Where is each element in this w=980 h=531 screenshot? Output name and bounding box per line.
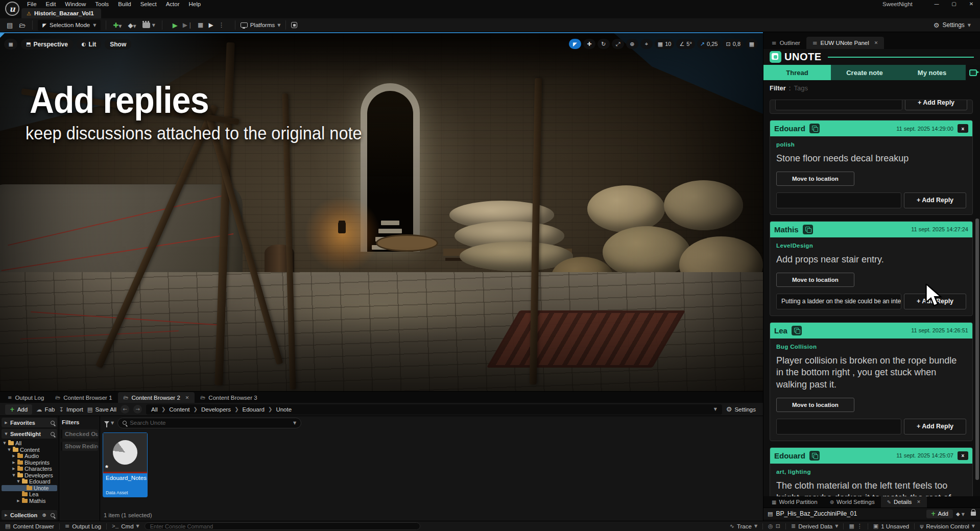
- copy-note-icon[interactable]: [803, 225, 813, 234]
- stop-button[interactable]: ■: [198, 21, 203, 29]
- surface-snap-icon[interactable]: ⌖: [640, 39, 653, 49]
- reply-input[interactable]: Putting a ladder on the side could be an…: [776, 294, 901, 309]
- show-dropdown[interactable]: Show: [105, 39, 131, 50]
- cmd-dropdown[interactable]: >_Cmd▼: [107, 521, 145, 531]
- search-icon[interactable]: [51, 432, 55, 436]
- note-card[interactable]: Edouard11 sept. 2025 14:25:07xart, light…: [770, 447, 973, 496]
- cb-add-button[interactable]: + Add: [5, 404, 32, 415]
- move-tool-icon[interactable]: ✚: [583, 39, 595, 49]
- details-tab-world-settings[interactable]: ⊕World Settings: [824, 496, 881, 508]
- blueprints-icon[interactable]: ◆▼: [127, 21, 138, 29]
- notes-thread-list[interactable]: + Add ReplyEdouard11 sept. 2025 14:29:00…: [763, 95, 980, 496]
- cb-settings-button[interactable]: ⚙ Settings: [726, 405, 758, 413]
- select-tool-icon[interactable]: ◤: [569, 39, 581, 49]
- tree-item-edouard[interactable]: ▼Edouard: [2, 478, 57, 485]
- rotate-tool-icon[interactable]: ↻: [597, 39, 610, 49]
- add-collection-icon[interactable]: ⊕: [42, 512, 46, 518]
- move-to-location-button[interactable]: Move to location: [776, 398, 854, 412]
- import-button[interactable]: ↧Import: [59, 406, 83, 413]
- tree-item-content[interactable]: ▼Content: [2, 447, 57, 453]
- search-icon[interactable]: [51, 421, 55, 425]
- filter-pill-checked-out[interactable]: Checked Out: [61, 429, 98, 439]
- component-view-icon[interactable]: ◆ ▼: [956, 511, 965, 517]
- level-viewport[interactable]: Add replies keep discussions attached to…: [0, 32, 763, 391]
- menu-item-tools[interactable]: Tools: [90, 1, 113, 7]
- minimize-button[interactable]: —: [928, 0, 945, 8]
- save-all-button[interactable]: ▤Save All: [87, 406, 116, 413]
- close-tab-icon[interactable]: ✕: [874, 40, 878, 45]
- details-tab-world-partition[interactable]: ▦World Partition: [766, 496, 824, 508]
- unote-tab-my-notes[interactable]: My notes: [898, 65, 966, 80]
- play-button[interactable]: ▶: [173, 21, 178, 29]
- world-space-icon[interactable]: ⊕: [626, 39, 638, 49]
- insights-buttons[interactable]: ◎⊡: [763, 521, 785, 531]
- play-options-icon[interactable]: ⋮: [219, 21, 225, 29]
- grid-snap-toggle[interactable]: ▦10: [655, 39, 675, 49]
- filter-funnel-button[interactable]: ▼: [104, 421, 114, 425]
- unote-dock-button[interactable]: [966, 65, 980, 80]
- lit-dropdown[interactable]: ◐Lit: [77, 39, 101, 50]
- close-tab-icon[interactable]: ✕: [917, 499, 921, 504]
- menu-item-select[interactable]: Select: [136, 1, 161, 7]
- menu-item-window[interactable]: Window: [60, 1, 90, 7]
- rotation-snap-toggle[interactable]: ∠5°: [676, 39, 695, 49]
- move-to-location-button[interactable]: Move to location: [776, 273, 854, 287]
- viewport-menu-icon[interactable]: ≡: [4, 39, 17, 50]
- notes-scrollbar[interactable]: [975, 219, 979, 480]
- cb-tab-output-log[interactable]: ≡Output Log: [2, 392, 50, 403]
- move-to-location-button[interactable]: Move to location: [776, 172, 854, 186]
- tree-item-unote[interactable]: Unote: [2, 485, 57, 492]
- add-reply-button[interactable]: + Add Reply: [905, 100, 967, 110]
- camera-speed-toggle[interactable]: ⊡0,8: [723, 39, 744, 49]
- misc-status-icons[interactable]: ▦⋮: [844, 521, 867, 531]
- breadcrumb-item-edouard[interactable]: Edouard: [243, 406, 265, 413]
- chevron-down-icon[interactable]: ▼: [714, 407, 717, 412]
- cinematics-icon[interactable]: ▼: [141, 22, 157, 28]
- favorites-header[interactable]: ▶ Favorites: [2, 418, 57, 427]
- add-actor-icon[interactable]: ✚▼: [111, 21, 123, 29]
- derived-data-dropdown[interactable]: ≣Derived Data▼: [786, 521, 844, 531]
- unote-tab-create-note[interactable]: Create note: [831, 65, 898, 80]
- copy-note-icon[interactable]: [809, 124, 820, 133]
- filter-pill-show-redire[interactable]: Show Redire: [61, 442, 98, 451]
- add-reply-button[interactable]: + Add Reply: [904, 192, 966, 208]
- back-button[interactable]: ←: [121, 405, 129, 414]
- add-component-button[interactable]: + Add: [926, 510, 953, 518]
- save-icon[interactable]: ▤: [5, 21, 14, 29]
- cb-tab-content-browser-2[interactable]: 🗁Content Browser 2✕: [118, 392, 195, 403]
- toolbar-settings[interactable]: ⚙ Settings ▼: [934, 21, 975, 29]
- asset-tile[interactable]: * Edouard_Notes Data Asset: [103, 432, 148, 497]
- forward-button[interactable]: →: [133, 405, 142, 414]
- close-tab-icon[interactable]: ✕: [185, 395, 189, 400]
- scale-tool-icon[interactable]: ⤢: [612, 39, 624, 49]
- platforms-dropdown[interactable]: Platforms ▼: [241, 22, 281, 28]
- dock-tab-euw-unote-panel[interactable]: ≡EUW UNote Panel✕: [806, 37, 884, 49]
- tree-item-all[interactable]: ▼All: [2, 440, 57, 447]
- reply-input[interactable]: [776, 192, 901, 208]
- close-button[interactable]: ✕: [963, 0, 980, 8]
- output-log-button[interactable]: ≡Output Log: [60, 521, 106, 531]
- tree-item-mathis[interactable]: ▶Mathis: [2, 498, 57, 504]
- dock-tab-outliner[interactable]: ≡Outliner: [766, 37, 806, 49]
- selection-mode-dropdown[interactable]: ◤ Selection Mode ▼: [38, 20, 101, 31]
- unsaved-button[interactable]: ▣1 Unsaved: [868, 521, 914, 531]
- level-tab[interactable]: ⚠ Historic_Bazaar_Vol1: [21, 8, 101, 18]
- perspective-dropdown[interactable]: ⬒Perspective: [21, 39, 73, 50]
- breadcrumb-item-all[interactable]: All: [151, 406, 158, 413]
- close-note-button[interactable]: x: [958, 451, 968, 460]
- menu-item-build[interactable]: Build: [113, 1, 136, 7]
- menu-item-actor[interactable]: Actor: [161, 1, 184, 7]
- skip-button[interactable]: ▶❘: [183, 21, 193, 29]
- maximize-button[interactable]: ▢: [945, 0, 963, 8]
- menu-item-file[interactable]: File: [22, 1, 41, 7]
- breadcrumb-item-developers[interactable]: Developers: [201, 406, 231, 413]
- tree-item-audio[interactable]: ▶Audio: [2, 453, 57, 460]
- tree-item-developers[interactable]: ▼Developers: [2, 472, 57, 479]
- maximize-viewport-icon[interactable]: ▦: [746, 39, 758, 49]
- filter-tags-input[interactable]: Tags: [794, 84, 807, 92]
- copy-note-icon[interactable]: [792, 326, 802, 335]
- details-tab-details[interactable]: ✎Details✕: [881, 496, 927, 508]
- menu-item-help[interactable]: Help: [184, 1, 206, 7]
- collection-header[interactable]: ▶ Collection ⊕: [2, 510, 57, 520]
- add-reply-button[interactable]: + Add Reply: [904, 419, 966, 435]
